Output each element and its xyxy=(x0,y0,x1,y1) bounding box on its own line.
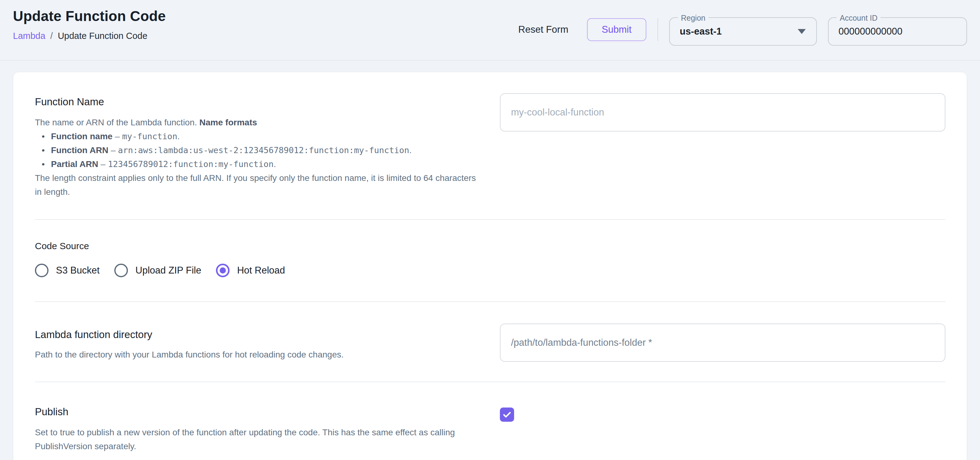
section-lambda-directory: Lambda function directory Path to the di… xyxy=(35,302,945,382)
function-name-input-wrap xyxy=(500,93,945,132)
function-name-intro: The name or ARN of the Lambda function. xyxy=(35,117,199,127)
list-item: Function ARN – arn:aws:lambda:us-west-2:… xyxy=(35,143,477,157)
checkmark-icon xyxy=(502,409,512,420)
region-label: Region xyxy=(678,13,708,23)
page-header: Update Function Code Lambda / Update Fun… xyxy=(0,0,980,60)
radio-icon[interactable] xyxy=(35,264,49,277)
publish-checkbox-wrap xyxy=(500,405,945,422)
breadcrumb: Lambda / Update Function Code xyxy=(13,30,166,41)
code-source-radio-group: S3 Bucket Upload ZIP File Hot Reload xyxy=(35,264,945,277)
section-function-name: Function Name The name or ARN of the Lam… xyxy=(35,72,945,219)
lambda-directory-input-wrap xyxy=(500,324,945,362)
publish-checkbox[interactable] xyxy=(500,408,514,422)
list-item: Function name – my-function. xyxy=(35,129,477,143)
lambda-directory-text: Lambda function directory Path to the di… xyxy=(35,324,477,362)
breadcrumb-current: Update Function Code xyxy=(58,30,147,41)
function-name-intro-bold: Name formats xyxy=(199,117,257,127)
header-divider xyxy=(657,18,658,41)
breadcrumb-lambda-link[interactable]: Lambda xyxy=(13,30,45,41)
breadcrumb-separator: / xyxy=(50,30,53,41)
lambda-directory-description: Path to the directory with your Lambda f… xyxy=(35,347,477,362)
reset-form-button[interactable]: Reset Form xyxy=(511,20,576,40)
function-name-description: The name or ARN of the Lambda function. … xyxy=(35,116,477,199)
code-source-heading: Code Source xyxy=(35,241,945,251)
list-item: Partial ARN – 123456789012:function:my-f… xyxy=(35,157,477,171)
name-format-list: Function name – my-function. Function AR… xyxy=(35,129,477,171)
radio-icon[interactable] xyxy=(114,264,128,277)
radio-option-s3-bucket[interactable]: S3 Bucket xyxy=(35,264,99,277)
lambda-directory-input[interactable] xyxy=(500,324,945,362)
radio-selected-icon[interactable] xyxy=(216,264,229,277)
lambda-directory-heading: Lambda function directory xyxy=(35,328,477,341)
chevron-down-icon xyxy=(798,29,806,34)
publish-description: Set to true to publish a new version of … xyxy=(35,425,477,453)
account-id-label: Account ID xyxy=(837,13,881,23)
account-id-fieldset: Account ID xyxy=(828,17,967,46)
account-id-input[interactable] xyxy=(829,26,966,37)
section-code-source: Code Source S3 Bucket Upload ZIP File Ho… xyxy=(35,220,945,301)
header-actions: Reset Form Submit Region us-east-1 Accou… xyxy=(511,14,967,46)
publish-heading: Publish xyxy=(35,405,477,419)
region-value: us-east-1 xyxy=(670,26,798,37)
radio-option-hot-reload[interactable]: Hot Reload xyxy=(216,264,285,277)
form-card: Function Name The name or ARN of the Lam… xyxy=(13,72,967,460)
header-title-block: Update Function Code Lambda / Update Fun… xyxy=(13,5,166,41)
radio-option-upload-zip[interactable]: Upload ZIP File xyxy=(114,264,201,277)
page-title: Update Function Code xyxy=(13,7,166,25)
function-name-input[interactable] xyxy=(500,93,945,132)
function-name-text: Function Name The name or ARN of the Lam… xyxy=(35,95,477,219)
section-publish: Publish Set to true to publish a new ver… xyxy=(35,382,945,460)
region-select[interactable]: Region us-east-1 xyxy=(669,17,817,46)
function-name-heading: Function Name xyxy=(35,95,477,109)
submit-button[interactable]: Submit xyxy=(587,18,646,41)
function-name-outro: The length constraint applies only to th… xyxy=(35,173,476,197)
publish-text: Publish Set to true to publish a new ver… xyxy=(35,405,477,453)
